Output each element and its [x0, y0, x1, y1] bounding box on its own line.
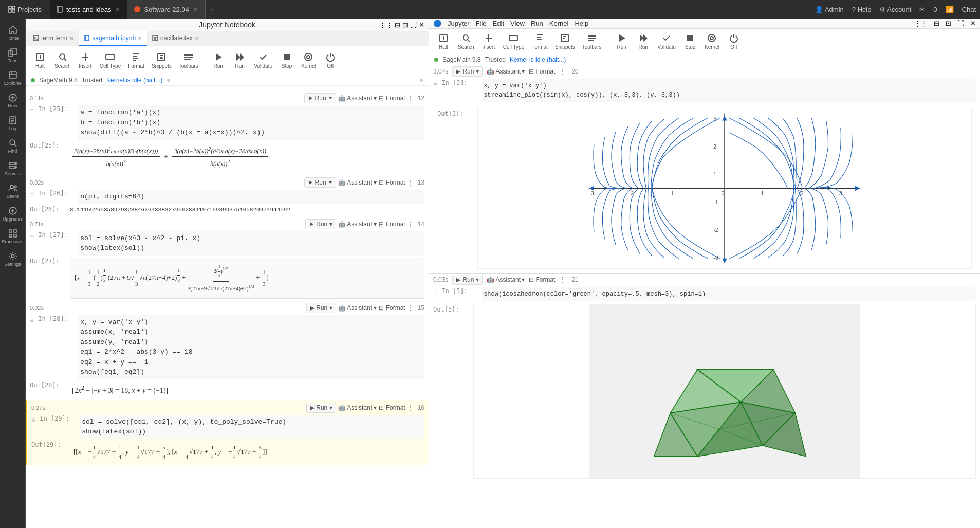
kernel-status-right[interactable]: Kernel is idle (halt...) — [510, 56, 566, 63]
cell-27-code[interactable]: sol = solve(x^3 - x^2 - pi, x) show(late… — [78, 231, 424, 256]
close-icon-right[interactable]: ✕ — [970, 20, 976, 27]
cell-26-menu[interactable]: ⋮ — [408, 179, 414, 186]
right-top-assistant[interactable]: 🤖 Assistant ▾ — [487, 68, 525, 75]
right-cell-5-code[interactable]: show(icosahedron(color='green', opacity=… — [482, 287, 976, 301]
view-menu[interactable]: View — [510, 20, 525, 27]
file-tab-sagemath[interactable]: sagemath.ipynb ✕ — [79, 31, 147, 46]
off-button[interactable]: Off — [320, 50, 341, 71]
cell-29-run[interactable]: ▶ Run ▾ — [306, 403, 336, 413]
right-cell-3-drag[interactable]: ≡ — [433, 79, 437, 87]
sidebar-item-upgrades[interactable]: Upgrades — [3, 204, 23, 224]
halt-button[interactable]: Halt — [30, 50, 50, 71]
file-tab-close-term[interactable]: ✕ — [69, 35, 73, 41]
cell-27-format[interactable]: ⊟ Format — [379, 221, 405, 228]
sidebar-item-home[interactable]: Home — [3, 23, 23, 43]
cell-28-drag[interactable]: ≡ — [30, 315, 34, 324]
file-tab-close-sagemath[interactable]: ✕ — [138, 35, 142, 41]
cell-29-format[interactable]: ⊟ Format — [379, 404, 405, 411]
expand-icon-left[interactable]: ⊡ — [402, 21, 408, 29]
cell-27-assistant[interactable]: 🤖 Assistant ▾ — [338, 221, 377, 228]
cell-29-drag[interactable]: ≡ — [31, 415, 35, 424]
tab-tests-and-ideas[interactable]: tests and ideas ✕ — [50, 0, 127, 19]
halt-btn-right[interactable]: Halt — [433, 31, 454, 52]
right-top-menu[interactable]: ⋮ — [559, 68, 565, 75]
cell-type-button[interactable]: Cell Type — [97, 50, 124, 71]
off-btn-right[interactable]: Off — [724, 31, 744, 52]
sidebar-item-processes[interactable]: Processes — [3, 226, 23, 247]
cell-28-run[interactable]: ▶ Run ▾ — [306, 303, 336, 313]
right-top-run[interactable]: ▶ Run ▾ — [452, 66, 483, 77]
right-bottom-run[interactable]: ▶ Run ▾ — [452, 275, 483, 285]
stop-btn-right[interactable]: Stop — [680, 31, 700, 52]
run-menu[interactable]: Run — [531, 20, 543, 27]
cell-28-format[interactable]: ⊟ Format — [379, 304, 405, 312]
cell-25-drag[interactable]: ≡ — [30, 105, 34, 115]
sidebar-item-find[interactable]: Find — [3, 136, 23, 156]
run2-button[interactable]: Run — [230, 50, 250, 71]
close-icon-left[interactable]: ✕ — [419, 21, 424, 29]
help-link[interactable]: ? Help — [852, 6, 872, 13]
right-cell-5-drag[interactable]: ≡ — [433, 287, 437, 296]
run-btn-right[interactable]: Run — [612, 31, 632, 52]
search-button[interactable]: Search — [51, 50, 74, 71]
projects-button[interactable]: Projects — [4, 4, 46, 15]
format-button-left[interactable]: Format — [125, 50, 147, 71]
cell-28-menu[interactable]: ⋮ — [408, 304, 414, 312]
stop-button[interactable]: Stop — [276, 50, 297, 71]
validate-button[interactable]: Validate — [251, 50, 275, 71]
format-btn-right[interactable]: Format — [528, 31, 551, 52]
tab-software[interactable]: Software 22.04 ✕ — [127, 0, 205, 19]
cell-29-code[interactable]: sol = solve([eq1, eq2], (x, y), to_poly_… — [80, 415, 424, 439]
sidebar-item-explorer[interactable]: Explorer — [3, 68, 23, 88]
search-btn-right[interactable]: Search — [455, 31, 477, 52]
cell-28-assistant[interactable]: 🤖 Assistant ▾ — [338, 304, 377, 312]
toolbars-button[interactable]: Toolbars — [176, 50, 201, 71]
cell-26-assistant[interactable]: 🤖 Assistant ▾ — [338, 179, 377, 186]
toolbars-btn-right[interactable]: Toolbars — [579, 31, 605, 52]
sidebar-item-servers[interactable]: Servers — [3, 158, 23, 179]
jupyter-label-right[interactable]: Jupyter — [448, 20, 470, 27]
cell-26-code[interactable]: n(pi, digits=64) — [78, 190, 424, 204]
right-bottom-menu[interactable]: ⋮ — [559, 276, 565, 283]
cell-25-menu[interactable]: ⋮ — [408, 95, 414, 102]
account-link[interactable]: ⚙ Account — [879, 6, 911, 13]
kernel-button[interactable]: Kernel — [298, 50, 319, 71]
menu-icon-left[interactable]: ⋮⋮ — [379, 21, 393, 29]
snippets-button[interactable]: Snippets — [149, 50, 175, 71]
edit-menu[interactable]: Edit — [493, 20, 504, 27]
insert-btn-right[interactable]: Insert — [478, 31, 499, 52]
fullscreen-icon-right[interactable]: ⛶ — [957, 20, 964, 27]
right-bottom-assistant[interactable]: 🤖 Assistant ▾ — [487, 276, 525, 283]
sidebar-item-new[interactable]: New — [3, 90, 23, 111]
right-bottom-format[interactable]: ⊟ Format — [529, 276, 555, 283]
right-top-format[interactable]: ⊟ Format — [529, 68, 555, 75]
cell-26-run[interactable]: Run — [304, 177, 336, 188]
cell-29-assistant[interactable]: 🤖 Assistant ▾ — [338, 404, 377, 411]
admin-link[interactable]: 👤 Admin — [815, 6, 844, 13]
kernel-menu[interactable]: Kernel — [549, 20, 569, 27]
mail-icon[interactable]: ✉ — [919, 6, 925, 13]
file-menu[interactable]: File — [476, 20, 487, 27]
insert-button[interactable]: Insert — [75, 50, 96, 71]
split-icon-right[interactable]: ⊟ — [934, 20, 939, 27]
menu-dots-right[interactable]: ⋮⋮ — [914, 20, 928, 27]
run2-btn-right[interactable]: Run — [633, 31, 654, 52]
tab-close-0[interactable]: ✕ — [114, 5, 121, 14]
help-menu[interactable]: Help — [575, 20, 588, 27]
file-tab-oscillate[interactable]: oscillate.tex ✕ — [147, 31, 204, 46]
right-cell-3-code[interactable]: x, y = var('x y') streamline_plot((sin(x… — [482, 79, 976, 102]
new-file-tab-btn[interactable]: + — [206, 35, 210, 43]
cell-26-drag[interactable]: ≡ — [30, 190, 34, 199]
cell-25-code[interactable]: a = function('a')(x) b = function('b')(x… — [78, 105, 424, 140]
cell-25-run[interactable]: Run — [304, 93, 336, 103]
chat-link[interactable]: Chat — [962, 6, 976, 13]
cell-25-assistant[interactable]: 🤖 Assistant ▾ — [338, 95, 377, 102]
cell-26-format[interactable]: ⊟ Format — [379, 179, 405, 186]
cell-27-drag[interactable]: ≡ — [30, 231, 34, 241]
file-tab-close-oscillate[interactable]: ✕ — [195, 35, 199, 41]
cell-28-code[interactable]: x, y = var('x y') assume(x, 'real') assu… — [78, 315, 424, 379]
validate-btn-right[interactable]: Validate — [655, 31, 679, 52]
split-icon-left[interactable]: ⊟ — [395, 21, 400, 29]
cell-25-format[interactable]: ⊟ Format — [379, 95, 405, 102]
tab-close-1[interactable]: ✕ — [192, 5, 199, 14]
